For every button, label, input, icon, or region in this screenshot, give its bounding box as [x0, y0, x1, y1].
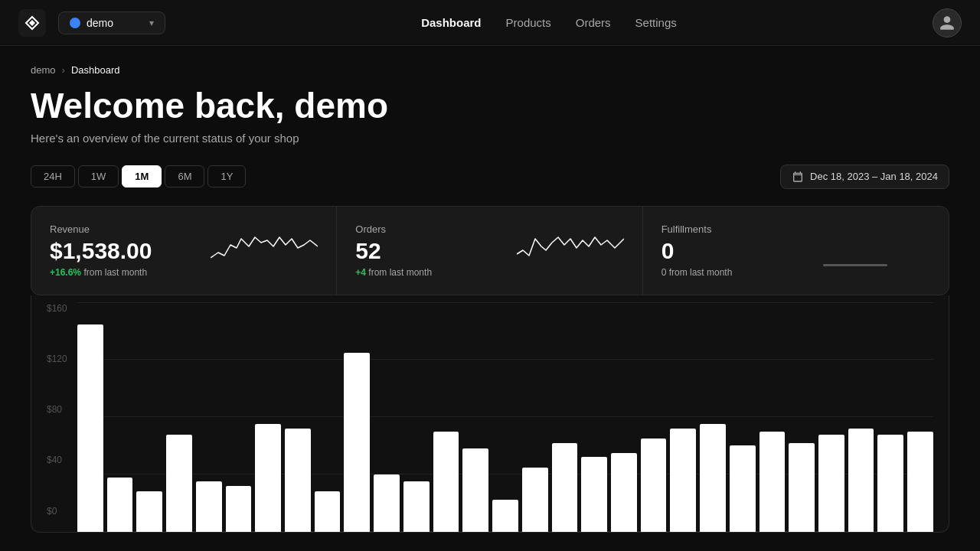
chart-bar	[818, 435, 844, 532]
chart-bar	[374, 474, 400, 532]
filter-6m[interactable]: 6M	[165, 165, 204, 187]
nav-dashboard[interactable]: Dashboard	[421, 16, 481, 29]
stat-revenue-label: Revenue	[50, 223, 152, 235]
filter-24h[interactable]: 24H	[31, 165, 75, 187]
chart-bar	[552, 443, 578, 532]
stat-fulfillments-sparkline	[823, 223, 930, 269]
stat-fulfillments-change: 0 from last month	[662, 267, 733, 278]
stat-revenue-change-text: from last month	[83, 267, 147, 278]
y-label-40: $40	[47, 455, 67, 465]
chart-bar	[226, 486, 252, 532]
stat-orders-change-highlight: +4	[355, 267, 366, 278]
chart-bar	[315, 491, 341, 531]
chart-bar	[700, 424, 726, 531]
chart-bar	[670, 429, 696, 532]
y-label-160: $160	[47, 303, 67, 314]
stat-orders-label: Orders	[355, 223, 432, 235]
filters-row: 24H 1W 1M 6M 1Y Dec 18, 2023 – Jan 18, 2…	[31, 165, 949, 189]
stat-orders-value: 52	[355, 240, 432, 262]
stat-fulfillments-change-highlight: 0	[662, 267, 667, 278]
stat-fulfillments-inner: Fulfillments 0 0 from last month	[662, 223, 930, 278]
chart-bar	[403, 481, 430, 531]
stat-orders-inner: Orders 52 +4 from last month	[355, 223, 623, 278]
chart-bar	[462, 448, 488, 531]
store-selector[interactable]: demo ▾	[58, 11, 165, 34]
stat-revenue-value: $1,538.00	[50, 240, 152, 262]
date-range-picker[interactable]: Dec 18, 2023 – Jan 18, 2024	[780, 165, 949, 189]
chart-bar	[196, 481, 222, 531]
store-name: demo	[87, 17, 143, 29]
breadcrumb-current: Dashboard	[71, 64, 120, 76]
chart-bar	[77, 324, 103, 532]
y-label-120: $120	[47, 354, 67, 364]
topnav-left: demo ▾	[18, 9, 165, 37]
chart-bars	[77, 303, 933, 532]
stat-revenue: Revenue $1,538.00 +16.6% from last month	[31, 207, 337, 295]
stat-orders: Orders 52 +4 from last month	[337, 207, 642, 295]
stat-orders-change: +4 from last month	[355, 267, 432, 278]
chart-bar	[255, 424, 281, 531]
chart-bar	[492, 500, 518, 531]
breadcrumb-separator: ›	[62, 64, 65, 76]
app-logo	[18, 9, 46, 37]
chart-bar	[848, 429, 874, 532]
chart-bar	[611, 453, 637, 532]
chevron-down-icon: ▾	[149, 18, 154, 28]
nav-products[interactable]: Products	[506, 16, 551, 29]
user-avatar-button[interactable]	[933, 8, 962, 37]
filter-1m[interactable]: 1M	[122, 165, 162, 187]
chart-bar	[730, 445, 756, 531]
main-content: demo › Dashboard Welcome back, demo Here…	[0, 46, 980, 551]
chart-bar	[760, 432, 786, 532]
y-label-0: $0	[47, 506, 67, 517]
chart-bar	[433, 432, 459, 532]
stat-fulfillments-value: 0	[662, 240, 733, 262]
stat-fulfillments-label: Fulfillments	[662, 223, 733, 235]
store-dot	[70, 18, 80, 28]
chart-bar	[285, 429, 311, 532]
nav-settings[interactable]: Settings	[635, 16, 677, 29]
chart-bar	[136, 491, 162, 531]
top-navigation: demo ▾ Dashboard Products Orders Setting…	[0, 0, 980, 46]
stat-revenue-inner: Revenue $1,538.00 +16.6% from last month	[50, 223, 318, 278]
stat-fulfillments-change-text: from last month	[669, 267, 733, 278]
chart-y-axis: $160 $120 $80 $40 $0	[47, 303, 67, 517]
chart-bar	[789, 443, 815, 532]
stat-fulfillments: Fulfillments 0 0 from last month	[643, 207, 949, 295]
chart-bar	[877, 435, 903, 532]
chart-bar	[907, 432, 933, 532]
chart-bar	[107, 478, 133, 532]
stat-revenue-sparkline	[211, 223, 318, 269]
stat-fulfillments-info: Fulfillments 0 0 from last month	[662, 223, 733, 278]
main-nav: Dashboard Products Orders Settings	[421, 16, 677, 29]
chart-bar	[344, 353, 370, 532]
nav-orders[interactable]: Orders	[576, 16, 611, 29]
stat-revenue-info: Revenue $1,538.00 +16.6% from last month	[50, 223, 152, 278]
stats-cards: Revenue $1,538.00 +16.6% from last month…	[31, 206, 949, 295]
revenue-bar-chart: $160 $120 $80 $40 $0	[31, 295, 949, 533]
stat-revenue-change: +16.6% from last month	[50, 267, 152, 278]
chart-bar	[522, 468, 548, 532]
time-filter-group: 24H 1W 1M 6M 1Y	[31, 165, 246, 187]
stat-orders-info: Orders 52 +4 from last month	[355, 223, 432, 278]
welcome-title: Welcome back, demo	[31, 86, 949, 126]
chart-bar	[581, 457, 607, 531]
date-range-label: Dec 18, 2023 – Jan 18, 2024	[810, 171, 938, 182]
stat-revenue-change-highlight: +16.6%	[50, 267, 81, 278]
breadcrumb-parent[interactable]: demo	[31, 64, 56, 76]
breadcrumb: demo › Dashboard	[31, 64, 949, 76]
chart-bar	[166, 435, 192, 532]
filter-1y[interactable]: 1Y	[207, 165, 246, 187]
y-label-80: $80	[47, 404, 67, 415]
filter-1w[interactable]: 1W	[78, 165, 119, 187]
stat-orders-sparkline	[517, 223, 624, 269]
welcome-subtitle: Here's an overview of the current status…	[31, 132, 949, 145]
stat-orders-change-text: from last month	[368, 267, 432, 278]
chart-bar	[641, 439, 667, 531]
